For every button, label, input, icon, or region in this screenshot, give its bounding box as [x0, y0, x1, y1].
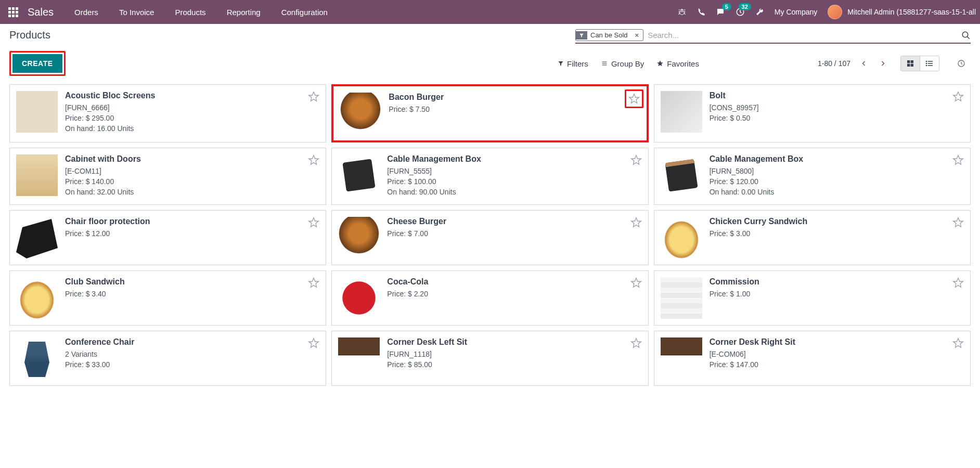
product-card[interactable]: Cheese BurgerPrice: $ 7.00	[331, 210, 648, 265]
activity-icon[interactable]: 32	[736, 7, 745, 17]
view-activity[interactable]	[952, 56, 971, 71]
star-icon[interactable]	[952, 337, 964, 349]
product-price: Price: $ 1.00	[710, 290, 964, 298]
star-icon[interactable]	[308, 337, 319, 349]
star-icon[interactable]	[630, 277, 642, 289]
svg-point-7	[926, 63, 926, 63]
nav-links: Orders To Invoice Products Reporting Con…	[74, 8, 328, 17]
nav-products[interactable]: Products	[175, 8, 205, 17]
wrench-icon[interactable]	[755, 8, 764, 17]
product-body: Bacon BurgerPrice: $ 7.50	[389, 93, 640, 134]
search-icon[interactable]	[961, 31, 971, 40]
product-image	[340, 93, 381, 134]
nav-reporting[interactable]: Reporting	[227, 8, 261, 17]
bug-icon[interactable]	[677, 7, 687, 17]
star-icon[interactable]	[630, 217, 642, 228]
company-name[interactable]: My Company	[775, 8, 817, 16]
pager: 1-80 / 107	[818, 59, 888, 68]
groupby-button[interactable]: Group By	[601, 59, 644, 68]
product-title: Corner Desk Left Sit	[387, 337, 641, 347]
kanban-grid: Acoustic Bloc Screens[FURN_6666]Price: $…	[0, 81, 980, 395]
svg-rect-2	[907, 60, 910, 63]
user-menu[interactable]: Mitchell Admin (15881277-saas-15-1-all	[828, 5, 976, 19]
product-ref: [FURN_1118]	[387, 350, 641, 358]
filter-chip-remove[interactable]: ×	[631, 30, 643, 41]
star-icon[interactable]	[630, 337, 642, 349]
pager-next[interactable]	[878, 59, 888, 68]
product-card[interactable]: Conference Chair2 VariantsPrice: $ 33.00	[9, 331, 326, 386]
product-card[interactable]: Cabinet with Doors[E-COM11]Price: $ 140.…	[9, 148, 326, 205]
product-title: Club Sandwich	[65, 277, 319, 287]
product-image	[338, 337, 380, 379]
funnel-icon	[576, 31, 587, 40]
search-input[interactable]	[648, 31, 961, 40]
nav-orders[interactable]: Orders	[74, 8, 98, 17]
product-ref: [E-COM06]	[710, 350, 964, 358]
view-list[interactable]	[920, 56, 939, 71]
star-icon[interactable]	[952, 154, 964, 166]
star-icon[interactable]	[308, 217, 319, 228]
product-body: Coca-ColaPrice: $ 2.20	[387, 277, 641, 319]
product-image	[661, 217, 702, 258]
pager-prev[interactable]	[859, 59, 869, 68]
star-icon[interactable]	[308, 91, 319, 102]
product-ref: [E-COM11]	[65, 167, 319, 175]
product-card[interactable]: Chicken Curry SandwichPrice: $ 3.00	[654, 210, 971, 265]
product-card[interactable]: Corner Desk Right Sit[E-COM06]Price: $ 1…	[654, 331, 971, 386]
view-switcher	[900, 56, 939, 71]
phone-icon[interactable]	[697, 8, 705, 16]
view-kanban[interactable]	[901, 56, 920, 71]
product-onhand: On hand: 90.00 Units	[387, 188, 641, 196]
product-card[interactable]: Coca-ColaPrice: $ 2.20	[331, 270, 648, 326]
product-title: Cable Management Box	[387, 154, 641, 164]
star-icon[interactable]	[952, 277, 964, 289]
product-title: Conference Chair	[65, 337, 319, 347]
star-icon[interactable]	[952, 217, 964, 228]
product-card[interactable]: Bacon BurgerPrice: $ 7.50	[331, 84, 648, 142]
product-price: Price: $ 7.00	[387, 229, 641, 238]
product-image	[16, 154, 58, 196]
svg-rect-5	[911, 64, 913, 67]
product-price: Price: $ 7.50	[389, 105, 640, 113]
favorites-button[interactable]: Favorites	[656, 59, 699, 68]
apps-icon[interactable]	[8, 7, 18, 17]
product-card[interactable]: CommissionPrice: $ 1.00	[654, 270, 971, 326]
product-image	[16, 277, 58, 319]
star-icon[interactable]	[625, 89, 643, 108]
product-image	[16, 217, 58, 258]
product-onhand: On hand: 32.00 Units	[65, 188, 319, 196]
product-card[interactable]: Corner Desk Left Sit[FURN_1118]Price: $ …	[331, 331, 648, 386]
product-ref: [CONS_89957]	[710, 103, 964, 112]
product-card[interactable]: Cable Management Box[FURN_5555]Price: $ …	[331, 148, 648, 205]
product-body: Corner Desk Left Sit[FURN_1118]Price: $ …	[387, 337, 641, 379]
product-body: Acoustic Bloc Screens[FURN_6666]Price: $…	[65, 91, 319, 136]
product-body: Chicken Curry SandwichPrice: $ 3.00	[710, 217, 964, 258]
product-card[interactable]: Cable Management Box[FURN_5800]Price: $ …	[654, 148, 971, 205]
groupby-label: Group By	[611, 59, 644, 68]
filters-button[interactable]: Filters	[558, 59, 588, 68]
product-onhand: On hand: 16.00 Units	[65, 124, 319, 133]
filters-label: Filters	[567, 59, 588, 68]
messages-icon[interactable]: 5	[716, 7, 725, 17]
product-price: Price: $ 3.00	[710, 229, 964, 238]
star-icon[interactable]	[630, 154, 642, 166]
product-title: Commission	[710, 277, 964, 287]
nav-to-invoice[interactable]: To Invoice	[119, 8, 154, 17]
product-image	[661, 337, 702, 379]
product-card[interactable]: Club SandwichPrice: $ 3.40	[9, 270, 326, 326]
star-icon[interactable]	[952, 91, 964, 102]
create-button[interactable]: CREATE	[12, 54, 62, 73]
product-body: Cable Management Box[FURN_5800]Price: $ …	[710, 154, 964, 198]
star-icon[interactable]	[308, 154, 319, 166]
app-brand[interactable]: Sales	[28, 6, 54, 18]
star-icon[interactable]	[308, 277, 319, 289]
product-card[interactable]: Chair floor protectionPrice: $ 12.00	[9, 210, 326, 265]
product-card[interactable]: Acoustic Bloc Screens[FURN_6666]Price: $…	[9, 84, 326, 142]
product-body: Cable Management Box[FURN_5555]Price: $ …	[387, 154, 641, 198]
nav-configuration[interactable]: Configuration	[281, 8, 328, 17]
product-price: Price: $ 120.00	[710, 177, 964, 186]
product-price: Price: $ 140.00	[65, 177, 319, 186]
product-card[interactable]: Bolt[CONS_89957]Price: $ 0.50	[654, 84, 971, 142]
product-title: Bacon Burger	[389, 93, 640, 102]
filter-chip: Can be Sold ×	[575, 29, 643, 41]
